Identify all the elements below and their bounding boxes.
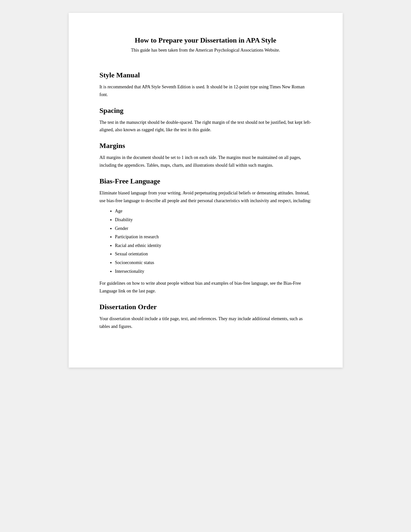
body-style-manual: It is recommended that APA Style Seventh… <box>100 83 312 99</box>
list-item: Participation in research <box>115 233 312 241</box>
document-page: How to Prepare your Dissertation in APA … <box>69 13 343 368</box>
list-item: Age <box>115 207 312 216</box>
body-bias-free-after: For guidelines on how to write about peo… <box>100 280 312 295</box>
bias-free-list: Age Disability Gender Participation in r… <box>115 207 312 276</box>
section-spacing: Spacing The test in the manuscript shoul… <box>100 106 312 134</box>
heading-margins: Margins <box>100 142 312 150</box>
list-item: Socioeconomic status <box>115 259 312 267</box>
heading-bias-free: Bias-Free Language <box>100 177 312 185</box>
section-bias-free: Bias-Free Language Eliminate biased lang… <box>100 177 312 295</box>
body-dissertation-order: Your dissertation should include a title… <box>100 315 312 330</box>
list-item: Gender <box>115 224 312 233</box>
section-style-manual: Style Manual It is recommended that APA … <box>100 71 312 99</box>
heading-spacing: Spacing <box>100 106 312 115</box>
body-spacing: The test in the manuscript should be dou… <box>100 119 312 134</box>
body-margins: All margins in the document should be se… <box>100 154 312 169</box>
body-bias-free-before: Eliminate biased language from your writ… <box>100 189 312 205</box>
heading-style-manual: Style Manual <box>100 71 312 79</box>
list-item: Intersectionality <box>115 267 312 276</box>
section-dissertation-order: Dissertation Order Your dissertation sho… <box>100 303 312 330</box>
page-title: How to Prepare your Dissertation in APA … <box>100 36 312 44</box>
list-item: Racial and ethnic identity <box>115 241 312 250</box>
heading-dissertation-order: Dissertation Order <box>100 303 312 311</box>
list-item: Sexual orientation <box>115 250 312 259</box>
section-margins: Margins All margins in the document shou… <box>100 142 312 169</box>
page-subtitle: This guide has been taken from the Ameri… <box>100 48 312 53</box>
list-item: Disability <box>115 216 312 224</box>
